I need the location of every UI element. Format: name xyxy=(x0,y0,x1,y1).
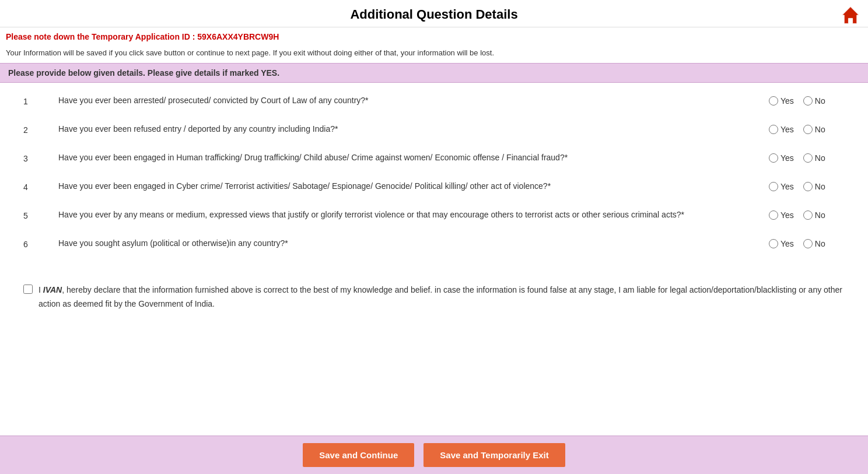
temp-id-bar: Please note down the Temporary Applicati… xyxy=(0,27,868,46)
question-options-3: Yes No xyxy=(769,153,845,163)
question-number-4: 4 xyxy=(23,181,58,192)
question-number-1: 1 xyxy=(23,96,58,106)
declaration-box: I IVAN, hereby declare that the informat… xyxy=(23,283,845,311)
no-radio-5[interactable] xyxy=(803,210,813,220)
no-radio-2[interactable] xyxy=(803,125,813,134)
yes-radio-5[interactable] xyxy=(769,210,778,220)
question-text-2: Have you ever been refused entry / depor… xyxy=(58,123,769,135)
no-label-4[interactable]: No xyxy=(803,182,825,191)
no-radio-3[interactable] xyxy=(803,153,813,163)
declaration-checkbox[interactable] xyxy=(23,285,33,294)
question-options-1: Yes No xyxy=(769,96,845,106)
question-text-4: Have you ever been engaged in Cyber crim… xyxy=(58,180,769,192)
question-row-3: 3 Have you ever been engaged in Human tr… xyxy=(23,152,845,164)
question-row-2: 2 Have you ever been refused entry / dep… xyxy=(23,123,845,135)
questions-section: 1 Have you ever been arrested/ prosecute… xyxy=(0,83,868,278)
no-label-5[interactable]: No xyxy=(803,210,825,220)
question-text-5: Have you ever by any means or medium, ex… xyxy=(58,209,769,221)
declarant-name: IVAN xyxy=(43,285,62,294)
footer-bar: Save and Continue Save and Temporarily E… xyxy=(0,436,868,474)
no-radio-4[interactable] xyxy=(803,182,813,191)
question-text-3: Have you ever been engaged in Human traf… xyxy=(58,152,769,164)
question-number-3: 3 xyxy=(23,153,58,163)
question-row-4: 4 Have you ever been engaged in Cyber cr… xyxy=(23,180,845,192)
question-options-5: Yes No xyxy=(769,210,845,220)
page-title: Additional Question Details xyxy=(0,7,868,22)
no-label-6[interactable]: No xyxy=(803,239,825,248)
no-radio-1[interactable] xyxy=(803,96,813,106)
no-label-3[interactable]: No xyxy=(803,153,825,163)
declaration-section: I IVAN, hereby declare that the informat… xyxy=(0,278,868,323)
yes-radio-3[interactable] xyxy=(769,153,778,163)
question-options-2: Yes No xyxy=(769,125,845,134)
home-icon[interactable] xyxy=(840,5,861,26)
question-number-5: 5 xyxy=(23,210,58,220)
no-label-1[interactable]: No xyxy=(803,96,825,106)
question-options-4: Yes No xyxy=(769,182,845,191)
no-label-2[interactable]: No xyxy=(803,125,825,134)
page-header: Additional Question Details xyxy=(0,0,868,27)
no-radio-6[interactable] xyxy=(803,239,813,248)
yes-label-4[interactable]: Yes xyxy=(769,182,794,191)
page-wrapper: Additional Question Details Please note … xyxy=(0,0,868,474)
temp-id-value: 59X6AXX4YBRCW9H xyxy=(197,32,279,41)
question-options-6: Yes No xyxy=(769,239,845,248)
declaration-text: I IVAN, hereby declare that the informat… xyxy=(38,283,845,311)
yes-label-2[interactable]: Yes xyxy=(769,125,794,134)
question-number-6: 6 xyxy=(23,238,58,249)
question-text-6: Have you sought asylum (political or oth… xyxy=(58,237,769,250)
notice-bar: Please provide below given details. Plea… xyxy=(0,63,868,83)
svg-marker-0 xyxy=(842,7,859,24)
yes-label-3[interactable]: Yes xyxy=(769,153,794,163)
yes-label-1[interactable]: Yes xyxy=(769,96,794,106)
save-continue-button[interactable]: Save and Continue xyxy=(303,443,414,467)
yes-radio-6[interactable] xyxy=(769,239,778,248)
question-row-6: 6 Have you sought asylum (political or o… xyxy=(23,237,845,250)
yes-label-6[interactable]: Yes xyxy=(769,239,794,248)
info-text: Your Information will be saved if you cl… xyxy=(0,46,868,63)
question-row-1: 1 Have you ever been arrested/ prosecute… xyxy=(23,94,845,107)
yes-radio-4[interactable] xyxy=(769,182,778,191)
question-text-1: Have you ever been arrested/ prosecuted/… xyxy=(58,94,769,107)
yes-radio-1[interactable] xyxy=(769,96,778,106)
question-number-2: 2 xyxy=(23,124,58,135)
yes-radio-2[interactable] xyxy=(769,125,778,134)
yes-label-5[interactable]: Yes xyxy=(769,210,794,220)
save-exit-button[interactable]: Save and Temporarily Exit xyxy=(424,443,565,467)
temp-id-label: Please note down the Temporary Applicati… xyxy=(6,32,195,41)
question-row-5: 5 Have you ever by any means or medium, … xyxy=(23,209,845,221)
